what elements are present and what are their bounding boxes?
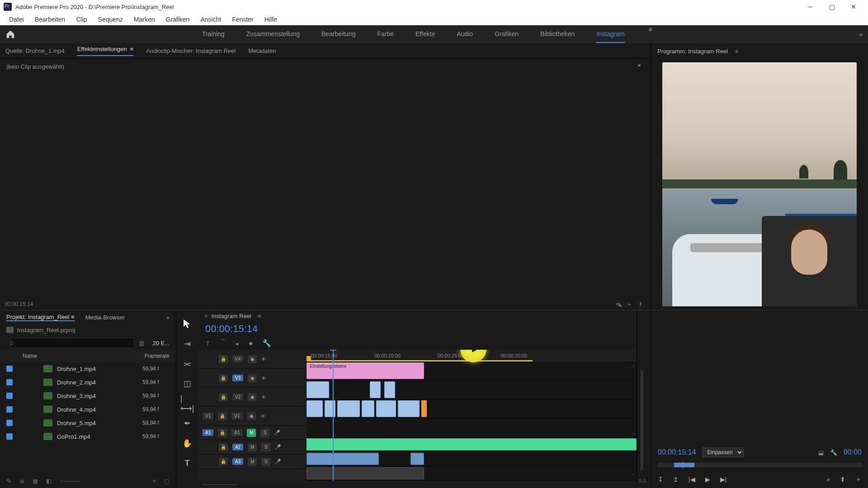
ripple-edit-tool-icon[interactable]: ⫘ — [182, 358, 193, 369]
workspace-zusammenstellung[interactable]: Zusammenstellung — [246, 26, 300, 43]
timeline-timecode[interactable]: 00:00:15:14 — [198, 321, 265, 337]
scroll-handle-icon[interactable]: ○ — [632, 431, 635, 436]
workspace-menu-icon[interactable]: ≡ — [646, 26, 655, 43]
add-marker-icon[interactable]: ＋ — [855, 475, 862, 483]
tab-audio-mixer[interactable]: Audioclip-Mischer: Instagram Reel — [146, 47, 236, 54]
workspace-audio[interactable]: Audio — [457, 26, 473, 43]
tab-effect-controls[interactable]: Effekteinstellungen ≡ — [77, 46, 133, 56]
track-lock-icon[interactable]: 🔒 — [218, 412, 227, 420]
track-label-v4[interactable]: V4 — [232, 356, 243, 362]
clip-video[interactable] — [307, 400, 323, 417]
track-lock-icon[interactable]: 🔒 — [219, 443, 228, 451]
resolution-icon[interactable]: ⬓ — [818, 449, 824, 456]
close-button[interactable]: ✕ — [843, 0, 864, 13]
col-name[interactable]: Name — [23, 353, 145, 359]
track-label-a3[interactable]: A3 — [232, 458, 243, 465]
menu-sequenz[interactable]: Sequenz — [93, 14, 128, 25]
scroll-handle-icon[interactable]: ○ — [632, 363, 635, 368]
track-lock-icon[interactable]: 🔒 — [219, 355, 228, 363]
track-visibility-icon[interactable]: 👁 — [261, 357, 266, 362]
freeform-view-icon[interactable]: ◧ — [46, 478, 52, 484]
track-visibility-icon[interactable]: 👁 — [261, 375, 266, 381]
list-view-icon[interactable]: ≣ — [19, 478, 24, 484]
hand-tool-icon[interactable]: ✋ — [182, 438, 193, 449]
tab-media-browser[interactable]: Media-Browser — [85, 314, 125, 321]
clip-video[interactable] — [421, 400, 427, 417]
workspace-overflow-icon[interactable]: » — [859, 31, 863, 38]
menu-marken[interactable]: Marken — [128, 14, 160, 25]
workspace-grafiken[interactable]: Grafiken — [495, 26, 519, 43]
wrench-icon[interactable]: 🔧 — [830, 449, 837, 456]
filter-bin-icon[interactable]: ▥ — [139, 340, 148, 347]
workspace-instagram[interactable]: Instagram — [596, 26, 624, 43]
transport-overflow-icon[interactable]: » — [826, 476, 830, 483]
mute-button[interactable]: M — [248, 458, 257, 466]
sequence-close-icon[interactable]: × — [204, 313, 208, 319]
tab-project[interactable]: Projekt: Instagram_Reel ≡ — [6, 314, 75, 321]
clip-audio[interactable] — [307, 453, 379, 465]
workspace-farbe[interactable]: Farbe — [377, 26, 394, 43]
list-item[interactable]: Drohne_1.mp459,94 f — [0, 362, 176, 375]
solo-button[interactable]: S — [261, 443, 270, 451]
menu-hilfe[interactable]: Hilfe — [259, 14, 283, 25]
col-framerate[interactable]: Framerate — [145, 353, 170, 359]
clip-video[interactable] — [337, 400, 360, 417]
clip-video[interactable] — [362, 400, 374, 417]
menu-bearbeiten[interactable]: Bearbeiten — [29, 14, 71, 25]
clip-video[interactable] — [384, 381, 395, 398]
export-frame-icon[interactable]: ⬆ — [840, 476, 845, 483]
marker-icon[interactable] — [307, 356, 311, 361]
track-visibility-icon[interactable]: 👁 — [260, 413, 265, 419]
sequence-name[interactable]: Instagram Reel — [212, 313, 251, 319]
home-icon[interactable] — [5, 29, 15, 39]
pen-tool-icon[interactable]: ✒ — [182, 418, 193, 429]
track-lock-icon[interactable]: 🔒 — [219, 458, 228, 466]
scroll-handle-icon[interactable]: ○ — [632, 472, 635, 477]
mute-button[interactable]: M — [247, 429, 256, 437]
project-overflow-icon[interactable]: » — [166, 314, 170, 321]
sequence-menu-icon[interactable]: ≡ — [258, 313, 261, 319]
solo-button[interactable]: S — [260, 429, 269, 437]
list-item[interactable]: Drohne_2.mp459,94 f — [0, 375, 176, 389]
track-toggle-icon[interactable]: ◉ — [248, 393, 257, 401]
track-visibility-icon[interactable]: 👁 — [261, 394, 266, 400]
program-scrub-bar[interactable] — [658, 463, 862, 467]
export-frame-icon[interactable]: ⬆ — [635, 301, 646, 307]
zoom-slider[interactable]: ○──── — [60, 478, 80, 484]
step-back-icon[interactable]: |◀ — [689, 476, 695, 483]
src-v1[interactable]: V1 — [203, 413, 213, 419]
workspace-bibliotheken[interactable]: Bibliotheken — [540, 26, 575, 43]
marker-add-icon[interactable]: ⬥ — [235, 339, 240, 347]
list-item[interactable]: GoPro1.mp459,94 f — [0, 430, 176, 443]
tab-source[interactable]: Quelle: Drohne_1.mp4 — [5, 47, 65, 54]
razor-tool-icon[interactable]: ◫ — [182, 378, 193, 389]
icon-view-icon[interactable]: ▦ — [33, 478, 38, 484]
workspace-bearbeitung[interactable]: Bearbeitung — [321, 26, 356, 43]
settings-icon[interactable]: ● — [249, 339, 253, 347]
maximize-button[interactable]: ▢ — [821, 0, 843, 13]
timeline-zoom-handle[interactable]: ○───────── — [203, 482, 237, 487]
track-label-v3[interactable]: V3 — [232, 375, 243, 381]
filter-icon[interactable]: ▾◣ — [613, 301, 624, 307]
track-label-a2[interactable]: A2 — [232, 444, 243, 450]
clip-video[interactable] — [376, 400, 396, 417]
clip-video[interactable] — [398, 400, 420, 417]
voice-record-icon[interactable]: 🎤 — [275, 459, 281, 465]
track-label-a1[interactable]: A1 — [231, 429, 242, 436]
snap-icon[interactable]: ⫯ — [206, 339, 210, 347]
list-item[interactable]: Drohne_4.mp459,94 f — [0, 403, 176, 416]
clip-audio[interactable] — [307, 438, 637, 450]
menu-grafiken[interactable]: Grafiken — [160, 14, 195, 25]
step-forward-icon[interactable]: ▶| — [720, 476, 727, 483]
clip-audio[interactable] — [307, 467, 424, 479]
program-menu-icon[interactable]: ≡ — [735, 48, 739, 55]
program-monitor-video[interactable] — [662, 62, 857, 306]
slip-tool-icon[interactable]: |⟷| — [182, 398, 193, 409]
program-timecode[interactable]: 00:00:15:14 — [658, 448, 696, 456]
clip-audio[interactable] — [410, 453, 424, 465]
clip-video[interactable] — [325, 400, 335, 417]
solo-button[interactable]: S — [261, 458, 270, 466]
tab-metadata[interactable]: Metadaten — [248, 47, 276, 54]
mark-in-icon[interactable]: ↧ — [658, 476, 663, 483]
sort-icon[interactable]: ≡ — [152, 478, 156, 484]
